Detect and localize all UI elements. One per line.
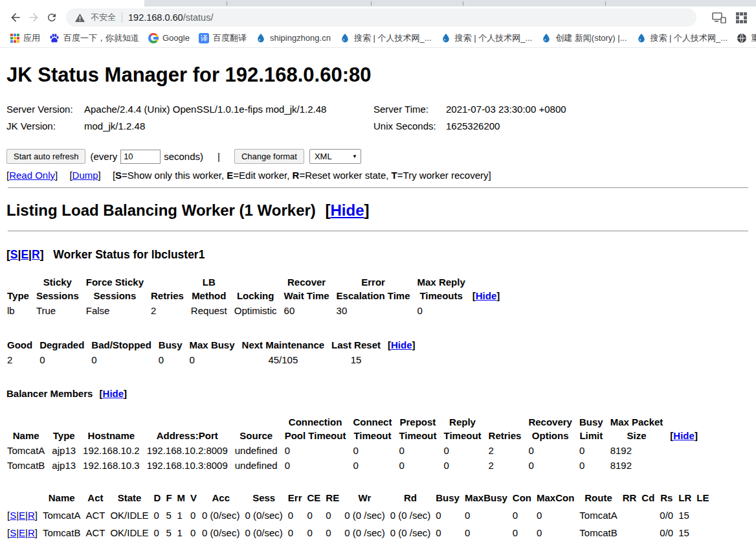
column-header: [Hide] [669, 415, 704, 444]
bookmark-search-1[interactable]: 搜索 | 个人技术网_... [340, 32, 432, 44]
change-format-button[interactable]: Change format [234, 149, 304, 164]
column-header: Reply Timeout [443, 415, 487, 444]
column-header: RR [622, 490, 641, 507]
dump-link[interactable]: Dump [72, 170, 98, 181]
cell: ajp13 [51, 444, 82, 459]
worker-actions: [S|E|R] [6, 525, 42, 542]
bookmark-create-story[interactable]: 创建 新闻(story) |... [541, 32, 627, 44]
table-row: [S|E|R]TomcatBACTOK/IDLE05100 (0/sec)0 (… [6, 525, 713, 542]
column-header: Route [579, 490, 621, 507]
worker-action-e[interactable]: E [19, 510, 25, 521]
bookmark-shipingzhong[interactable]: shipingzhong.cn [256, 33, 331, 43]
worker-action-r[interactable]: R [28, 510, 35, 521]
hide-link[interactable]: Hide [476, 290, 497, 301]
ser-links: [S|E|R] [6, 248, 43, 261]
tab-separator [227, 1, 227, 6]
cell [622, 507, 641, 525]
cell: 45/105 [241, 353, 331, 368]
worker-action-e[interactable]: E [19, 527, 25, 538]
cell: 15 [678, 507, 696, 525]
interval-input[interactable] [120, 150, 161, 164]
cell: Request [190, 304, 234, 319]
bookmark-clipped[interactable]: 重新 [737, 32, 756, 44]
column-header: Degraded [39, 338, 91, 353]
cell: 0 [307, 507, 326, 525]
bookmark-apps[interactable]: 应用 [10, 32, 40, 44]
column-header [6, 490, 42, 507]
controls-separator: | [217, 151, 220, 162]
format-select[interactable]: XML ▼ [309, 149, 361, 164]
column-header: LR [678, 490, 696, 507]
server-version-value: Apache/2.4.4 (Unix) OpenSSL/1.0.1e-fips … [84, 101, 373, 118]
cell: True [36, 304, 85, 319]
tab-separator [371, 1, 372, 6]
show-worker-link[interactable]: S [10, 248, 18, 261]
read-only-link[interactable]: Read Only [9, 170, 55, 181]
hide-members-link[interactable]: Hide [103, 388, 124, 399]
cell: 0 [579, 459, 610, 473]
cell: 192.168.10.3:8009 [146, 459, 234, 473]
start-auto-refresh-button[interactable]: Start auto refresh [6, 149, 85, 164]
cell: 0 [352, 459, 398, 473]
bookmark-search-3[interactable]: 搜索 | 个人技术网_... [636, 32, 728, 44]
column-header: M [177, 490, 190, 507]
bookmark-google[interactable]: Google [148, 33, 190, 43]
cell: 8192 [610, 444, 670, 459]
cell: 0 [579, 444, 610, 459]
security-label[interactable]: 不安全 [91, 12, 116, 23]
browser-toolbar: 不安全 192.168.0.60/status/ [0, 6, 756, 28]
worker-action-s[interactable]: S [10, 510, 16, 521]
cell: TomcatA [42, 507, 85, 525]
address-bar[interactable]: 不安全 192.168.0.60/status/ [66, 8, 696, 27]
column-header: Connection Pool Timeout [284, 415, 353, 444]
server-time-value: 2021-07-03 23:30:00 +0800 [446, 101, 750, 118]
cell: 0 (0 /sec) [344, 507, 390, 525]
url-text[interactable]: 192.168.0.60/status/ [128, 12, 213, 23]
drupal-drop-icon [541, 33, 551, 43]
bookmarks-bar: 应用 百度一下，你就知道 Google 译 百度翻译 shipingzhong.… [0, 28, 756, 48]
column-header: Sess [244, 490, 287, 507]
bookmark-baidu-translate[interactable]: 译 百度翻译 [199, 32, 247, 44]
baidu-paw-icon [49, 33, 60, 43]
column-header: Hostname [82, 415, 146, 444]
reload-button[interactable] [43, 8, 61, 27]
bookmark-baidu[interactable]: 百度一下，你就知道 [49, 32, 139, 44]
send-to-devices-icon[interactable] [711, 9, 728, 26]
column-header: Busy [158, 338, 189, 353]
column-header: Recovery Options [528, 415, 579, 444]
column-header: Force Sticky Sessions [85, 275, 150, 304]
column-header: Act [85, 490, 109, 507]
worker-action-r[interactable]: R [28, 527, 35, 538]
forward-button[interactable] [25, 8, 43, 27]
drupal-drop-icon [340, 33, 350, 43]
cell: 0 [398, 459, 443, 473]
cell [641, 507, 659, 525]
cell: 0 [39, 353, 91, 368]
hide-link[interactable]: Hide [391, 339, 412, 350]
table-row: 2000045/10515 [6, 353, 422, 368]
cell: 192.168.10.3 [82, 459, 146, 473]
column-header: Busy Limit [579, 415, 610, 444]
edit-worker-link[interactable]: E [21, 248, 28, 261]
worker-action-s[interactable]: S [10, 527, 16, 538]
cell: TomcatB [6, 459, 51, 473]
every-label: (every [90, 151, 117, 162]
bookmark-search-2[interactable]: 搜索 | 个人技术网_... [441, 32, 533, 44]
cell: ACT [85, 525, 109, 542]
lb-worker-heading: Listing Load Balancing Worker (1 Worker)… [6, 201, 750, 220]
cell: 192.168.10.2:8009 [146, 444, 234, 459]
back-arrow-icon [9, 11, 22, 24]
hide-lb-section-link[interactable]: Hide [331, 201, 364, 219]
hide-link[interactable]: Hide [673, 430, 695, 441]
active-tab[interactable] [0, 0, 144, 6]
column-header: Busy [435, 490, 464, 507]
cell: 0 [536, 525, 579, 542]
column-header: Connect Timeout [352, 415, 398, 444]
table-row: TomcatBajp13192.168.10.3192.168.10.3:800… [6, 459, 704, 473]
cell: 2 [488, 444, 528, 459]
apps-grid-icon[interactable] [733, 9, 750, 26]
back-button[interactable] [6, 8, 25, 27]
cell: 0 [158, 353, 189, 368]
cell: OK/IDLE [109, 507, 153, 525]
reset-worker-link[interactable]: R [32, 248, 40, 261]
